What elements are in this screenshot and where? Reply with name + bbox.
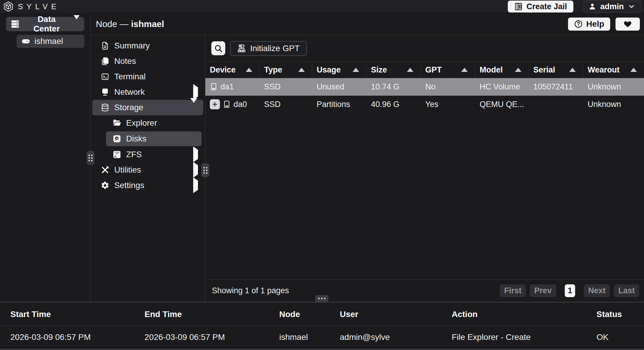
column-header-gpt[interactable]: GPT (421, 62, 475, 78)
file-text-icon (101, 41, 110, 50)
sidebar-resize-handle[interactable] (87, 151, 94, 165)
nav-item-utilities[interactable]: Utilities (91, 162, 205, 178)
column-header-size[interactable]: Size (367, 62, 421, 78)
terminal-icon (101, 72, 110, 81)
log-cell-node: ishmael (279, 332, 340, 342)
column-header-wearout[interactable]: Wearout (583, 62, 644, 78)
initialize-gpt-label: Initialize GPT (250, 44, 300, 53)
column-header-usage[interactable]: Usage (312, 62, 367, 78)
chevron-right-icon (193, 181, 198, 190)
nav-label: Notes (114, 56, 136, 66)
nav-item-notes[interactable]: Notes (91, 53, 205, 69)
cell-type: SSD (260, 82, 312, 92)
chevron-right-icon (193, 87, 198, 97)
nav-item-settings[interactable]: Settings (91, 178, 205, 193)
nav-item-storage[interactable]: Storage (92, 100, 203, 115)
current-page-button[interactable]: 1 (565, 284, 575, 297)
sylve-app: SYLVE Create Jail admin (0, 0, 644, 350)
sidebar-item-ishmael[interactable]: ishmael (17, 35, 84, 48)
hard-disk-icon (112, 134, 121, 143)
chevron-down-icon (628, 3, 635, 10)
column-header-serial[interactable]: Serial (529, 62, 583, 78)
nav-resize-handle[interactable] (202, 163, 209, 177)
pagination-buttons: First Prev 1 Next Last (500, 284, 639, 297)
audit-log-panel: Start Time End Time Node User Action Sta… (0, 302, 644, 350)
user-menu[interactable]: admin (583, 1, 640, 13)
chevron-down-icon (190, 103, 197, 112)
cell-gpt: Yes (421, 100, 475, 109)
audit-log-header: Start Time End Time Node User Action Sta… (0, 302, 644, 326)
cell-usage: Partitions (312, 100, 367, 109)
column-header-model[interactable]: Model (475, 62, 529, 78)
nav-item-explorer[interactable]: Explorer (91, 115, 205, 131)
column-header-type[interactable]: Type (260, 62, 312, 78)
gear-icon (101, 181, 110, 190)
chevron-right-icon (193, 165, 198, 175)
datacenter-sidebar: Data Center ishmael (0, 13, 91, 302)
sort-asc-icon (298, 68, 305, 72)
page-title-node: ishmael (131, 19, 164, 29)
disks-table-header: Device Type Usage Size GPT Model Serial … (205, 62, 644, 78)
pagination-summary: Showing 1 of 1 pages (212, 286, 289, 295)
folder-open-icon (112, 119, 121, 127)
log-cell-action: File Explorer - Create (452, 332, 597, 342)
brand-name: SYLVE (18, 2, 60, 11)
cell-model: HC Volume (475, 82, 529, 92)
first-page-button[interactable]: First (500, 284, 526, 297)
search-button[interactable] (211, 41, 225, 55)
nav-item-terminal[interactable]: Terminal (91, 69, 205, 84)
log-cell-user: admin@sylve (340, 332, 452, 342)
circle-question-icon (574, 20, 583, 29)
help-button[interactable]: Help (568, 18, 610, 31)
nav-item-zfs[interactable]: ZFS (91, 147, 205, 162)
drive-icon (210, 83, 218, 91)
nav-item-summary[interactable]: Summary (91, 38, 205, 53)
expand-row-button[interactable] (210, 99, 220, 109)
sort-asc-icon (353, 68, 359, 72)
header-actions: Help (568, 18, 640, 31)
nav-label: Terminal (114, 72, 146, 81)
heart-icon (624, 20, 632, 28)
notes-pages-icon (101, 57, 110, 66)
table-row-da1[interactable]: da1 SSD Unused 10.74 G No HC Volume 1050… (205, 78, 644, 96)
nav-item-network[interactable]: Network (91, 84, 205, 100)
favorite-button[interactable] (616, 18, 640, 31)
cell-usage: Unused (312, 82, 367, 92)
sylve-logo-icon (3, 1, 14, 12)
cell-size: 10.74 G (367, 82, 421, 92)
sort-asc-icon (515, 68, 521, 72)
prev-page-button[interactable]: Prev (530, 284, 556, 297)
cell-model: QEMU QE... (475, 100, 529, 109)
chevron-down-icon (74, 19, 80, 29)
cell-wearout: Unknown (583, 82, 644, 92)
datacenter-dropdown[interactable]: Data Center (6, 17, 84, 31)
log-column-status: Status (597, 310, 644, 319)
nav-item-disks[interactable]: Disks (106, 131, 202, 146)
log-column-user: User (340, 310, 452, 319)
chevron-right-icon (193, 150, 198, 159)
page-header: Node — ishmael Help (91, 13, 644, 35)
nav-label: Explorer (126, 118, 157, 128)
log-panel-resize-handle[interactable] (315, 295, 329, 302)
panel-spacer (205, 113, 644, 279)
user-icon (589, 3, 596, 10)
last-page-button[interactable]: Last (614, 284, 639, 297)
network-computer-icon (101, 88, 110, 97)
datacenter-label: Data Center (24, 15, 69, 34)
column-header-device[interactable]: Device (205, 62, 260, 78)
disks-toolbar: Initialize GPT (205, 35, 644, 62)
nav-label: Settings (114, 181, 144, 190)
audit-log-row[interactable]: 2026-03-09 06:57 PM 2026-03-09 06:57 PM … (0, 326, 644, 348)
jail-icon (514, 2, 523, 11)
next-page-button[interactable]: Next (584, 284, 610, 297)
initialize-gpt-button[interactable]: Initialize GPT (230, 41, 307, 56)
create-jail-button[interactable]: Create Jail (508, 1, 574, 12)
disks-panel: Initialize GPT Device Type Usage Size GP… (205, 35, 644, 302)
sort-asc-icon (569, 68, 576, 72)
cell-serial: 105072411 (529, 82, 583, 92)
body: Data Center ishmael Node — ishmael (0, 13, 644, 302)
sort-asc-icon (461, 68, 468, 72)
drive-icon (223, 100, 231, 108)
table-row-da0[interactable]: da0 SSD Partitions 40.96 G Yes QEMU QE..… (205, 96, 644, 113)
log-column-action: Action (452, 310, 597, 319)
